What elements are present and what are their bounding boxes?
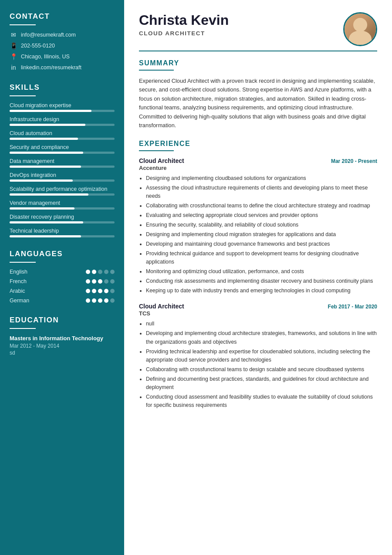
lang-dot	[110, 289, 115, 293]
exp-bullet: Collaborating with crossfunctional teams…	[146, 365, 377, 374]
header-divider	[139, 51, 377, 51]
lang-name: French	[10, 278, 27, 284]
candidate-name: Christa Kevin	[139, 12, 229, 28]
lang-dot	[104, 298, 108, 303]
experience-entry: Cloud Architect Mar 2020 - Present Accen…	[139, 157, 377, 295]
skill-item: Vendor management	[10, 200, 115, 210]
lang-dot	[98, 279, 102, 284]
lang-dot	[110, 279, 115, 284]
skill-item: Infrastructure design	[10, 116, 115, 126]
skill-bar-fill	[10, 166, 81, 168]
lang-name: Arabic	[10, 288, 25, 294]
exp-bullet: Monitoring and optimizing cloud utilizat…	[146, 267, 377, 276]
exp-bullet: Providing technical guidance and support…	[146, 250, 377, 266]
edu-degree: Masters in Information Technology	[10, 335, 115, 342]
exp-job-title: Cloud Architect	[139, 303, 184, 310]
languages-title: LANGUAGES	[10, 250, 115, 258]
skill-bar-fill	[10, 193, 88, 196]
exp-bullet: Defining and documenting best practices,…	[146, 375, 377, 392]
skill-item: Cloud migration expertise	[10, 102, 115, 112]
lang-dot	[110, 270, 115, 274]
skill-bar-bg	[10, 110, 115, 112]
exp-header: Cloud Architect Mar 2020 - Present	[139, 157, 377, 164]
skill-bar-fill	[10, 152, 83, 154]
skill-item: DevOps integration	[10, 172, 115, 182]
skills-section: SKILLS Cloud migration expertise Infrast…	[10, 83, 115, 237]
lang-dot	[86, 279, 90, 284]
candidate-photo	[343, 12, 377, 46]
linkedin-icon: in	[10, 64, 17, 71]
skill-bar-fill	[10, 138, 78, 140]
languages-divider	[10, 262, 36, 263]
contact-title: CONTACT	[10, 12, 115, 21]
skill-bar-bg	[10, 166, 115, 168]
email-icon: ✉	[10, 31, 17, 38]
exp-bullet: Evaluating and selecting appropriate clo…	[146, 211, 377, 220]
skill-bar-fill	[10, 124, 85, 126]
main-content: Christa Kevin CLOUD ARCHITECT SUMMARY Ex…	[124, 0, 392, 555]
edu-dates: Mar 2012 - May 2014	[10, 343, 115, 349]
exp-bullet: Providing technical leadership and exper…	[146, 348, 377, 364]
summary-title-divider	[139, 70, 174, 71]
skill-bar-fill	[10, 207, 74, 210]
sidebar: CONTACT ✉ info@resumekraft.com 📱 202-555…	[0, 0, 124, 555]
education-divider	[10, 328, 36, 329]
skill-item: Technical leadership	[10, 228, 115, 237]
exp-bullets-list: nullDeveloping and implementing cloud ar…	[139, 320, 377, 409]
exp-bullet: Keeping up to date with industry trends …	[146, 287, 377, 295]
skill-name: Cloud automation	[10, 130, 115, 136]
skill-name: Cloud migration expertise	[10, 102, 115, 108]
skill-name: Disaster recovery planning	[10, 214, 115, 220]
exp-job-title: Cloud Architect	[139, 157, 184, 164]
experience-title-divider	[139, 150, 174, 151]
exp-company: TCS	[139, 310, 377, 317]
languages-list: English French Arabic German	[10, 269, 115, 304]
lang-dot	[86, 298, 90, 303]
lang-dot	[92, 279, 96, 284]
lang-dot	[86, 289, 90, 293]
experience-list: Cloud Architect Mar 2020 - Present Accen…	[139, 157, 377, 409]
header-left: Christa Kevin CLOUD ARCHITECT	[139, 12, 229, 37]
skill-item: Scalability and performance optimization	[10, 186, 115, 196]
skill-name: Technical leadership	[10, 228, 115, 234]
skill-item: Security and compliance	[10, 144, 115, 154]
photo-placeholder	[345, 14, 376, 45]
languages-section: LANGUAGES English French Arabic German	[10, 250, 115, 304]
skill-item: Data management	[10, 158, 115, 168]
phone-icon: 📱	[10, 42, 17, 49]
exp-bullet: Developing and implementing cloud archit…	[146, 329, 377, 346]
lang-dot	[104, 270, 108, 274]
lang-name: German	[10, 298, 29, 304]
edu-school: sd	[10, 350, 115, 356]
skill-name: Infrastructure design	[10, 116, 115, 122]
lang-dot	[92, 270, 96, 274]
experience-section: EXPERIENCE Cloud Architect Mar 2020 - Pr…	[139, 140, 377, 409]
exp-bullet: Assessing the cloud infrastructure requi…	[146, 184, 377, 200]
summary-title: SUMMARY	[139, 59, 377, 67]
language-item: English	[10, 269, 115, 275]
education-title: EDUCATION	[10, 316, 115, 325]
exp-bullet: Conducting risk assessments and implemen…	[146, 277, 377, 285]
skill-item: Cloud automation	[10, 130, 115, 140]
exp-dates: Mar 2020 - Present	[331, 158, 377, 164]
skill-bar-bg	[10, 193, 115, 196]
skill-name: DevOps integration	[10, 172, 115, 178]
skill-bar-fill	[10, 235, 81, 237]
contact-divider	[10, 24, 36, 25]
exp-bullets-list: Designing and implementing cloudbased so…	[139, 174, 377, 295]
resume-header: Christa Kevin CLOUD ARCHITECT	[139, 12, 377, 46]
contact-section: CONTACT ✉ info@resumekraft.com 📱 202-555…	[10, 12, 115, 71]
skill-bar-bg	[10, 221, 115, 223]
contact-phone: 📱 202-555-0120	[10, 42, 115, 49]
lang-dot	[104, 289, 108, 293]
lang-dot	[110, 298, 115, 303]
skill-name: Security and compliance	[10, 144, 115, 150]
lang-dot	[92, 298, 96, 303]
skill-bar-bg	[10, 138, 115, 140]
skill-name: Scalability and performance optimization	[10, 186, 115, 192]
skills-list: Cloud migration expertise Infrastructure…	[10, 102, 115, 237]
candidate-title: CLOUD ARCHITECT	[139, 30, 229, 37]
skills-title: SKILLS	[10, 83, 115, 92]
lang-dot	[98, 289, 102, 293]
experience-entry: Cloud Architect Feb 2017 - Mar 2020 TCS …	[139, 303, 377, 409]
